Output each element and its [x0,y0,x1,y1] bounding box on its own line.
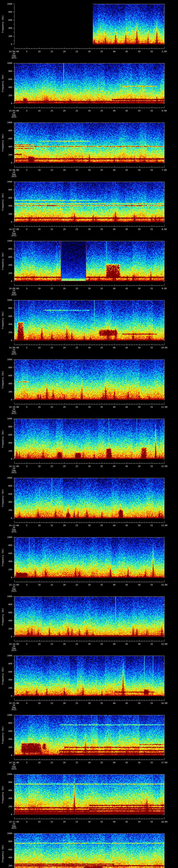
y-axis-title: Frequency (Hz) [2,63,4,103]
x-tick-label: 10 [35,643,43,645]
x-tick-label: 35 [98,465,106,467]
y-tick-label: 800 [5,426,12,428]
x-tick-label: 45 [123,169,130,171]
spectrogram-panel: Frequency (Hz) 14:05:00 6:00 16Sep2015 1… [0,59,178,119]
y-tick-label: 0 [5,813,12,815]
x-tick-label: 25 [73,821,81,823]
x-axis-date-label: 16Sep2015 [9,230,19,237]
x-tick-label: 40 [110,643,118,645]
x-tick-label: 45 [123,702,130,704]
x-tick-label: 25 [73,643,81,645]
x-tick-label: 45 [123,228,130,230]
x-tick-label: 45 [123,287,130,289]
x-axis-date-label: 16Sep2015 [9,764,19,770]
y-tick-label: 400 [5,560,12,562]
x-axis-date-label: 16Sep2015 [9,171,19,178]
spectrogram-panel: Frequency (Hz) 14:08:00 9:00 16Sep2015 1… [0,237,178,296]
spectrogram-panel: Frequency (Hz) 14:06:00 7:00 16Sep2015 1… [0,119,178,178]
x-tick-label: 5 [23,287,31,289]
date-line: 2015 [9,531,19,533]
y-tick-label: 600 [5,315,12,317]
spectrogram-panel: Frequency (Hz) 14:11:00 12:00 16Sep2015 … [0,415,178,474]
y-tick-label: 600 [5,434,12,436]
x-axis-end-time-label: 7:00 [157,169,172,171]
x-axis-end-time-label: 18:00 [157,821,172,823]
x-tick-label: 30 [86,228,93,230]
y-tick-label: 400 [5,620,12,622]
x-tick-label: 50 [136,465,143,467]
y-tick-label: 600 [5,730,12,732]
x-tick-label: 55 [148,347,155,349]
x-axis-date-label: 16Sep2015 [9,112,19,118]
x-tick-label: 20 [60,702,68,704]
x-tick-label: 30 [86,51,93,53]
y-tick-label: 200 [5,568,12,570]
spectrogram-panel: Frequency (Hz) 14:10:00 11:00 16Sep2015 … [0,355,178,415]
x-tick-label: 50 [136,762,143,764]
y-tick-label: 0 [5,399,12,401]
x-tick-label: 35 [98,228,106,230]
y-tick-label: 0 [5,577,12,579]
y-axis-title: Frequency (Hz) [2,241,4,281]
x-tick-label: 50 [136,110,143,112]
date-line: 2015 [9,471,19,473]
y-tick-label: 800 [5,722,12,724]
x-tick-label: 5 [23,702,31,704]
y-tick-label: 400 [5,146,12,148]
y-tick-label: 1000 [5,832,12,835]
x-tick-label: 35 [98,287,106,289]
x-tick-label: 20 [60,347,68,349]
date-line: 2015 [9,294,19,296]
x-axis-date-label: 16Sep2015 [9,645,19,651]
y-tick-label: 1000 [5,595,12,597]
y-tick-label: 0 [5,636,12,638]
x-axis-date-label: 16Sep2015 [9,467,19,473]
x-tick-label: 15 [48,228,56,230]
y-tick-label: 0 [5,162,12,164]
x-tick-label: 55 [148,465,155,467]
x-axis-date-label: 16Sep2015 [9,53,19,59]
x-axis-end-time-label: 15:00 [157,643,172,645]
x-axis-end-time-label: 11:00 [157,406,172,408]
date-line: 2015 [9,116,19,118]
date-line: 2015 [9,235,19,237]
y-tick-label: 200 [5,272,12,274]
x-tick-label: 15 [48,465,56,467]
x-tick-label: 10 [35,524,43,527]
x-tick-label: 10 [35,762,43,764]
y-tick-label: 200 [5,865,12,867]
y-tick-label: 600 [5,612,12,614]
x-tick-label: 35 [98,821,106,823]
x-tick-label: 55 [148,228,155,230]
x-axis-date-label: 16Sep2015 [9,823,19,829]
y-tick-label: 800 [5,248,12,250]
y-tick-label: 600 [5,197,12,199]
x-tick-label: 35 [98,110,106,112]
x-tick-label: 45 [123,821,130,823]
y-tick-label: 400 [5,857,12,859]
x-tick-label: 50 [136,524,143,527]
x-tick-label: 30 [86,643,93,645]
y-tick-label: 600 [5,848,12,850]
x-tick-label: 30 [86,347,93,349]
x-tick-label: 15 [48,762,56,764]
x-tick-label: 45 [123,110,130,112]
y-tick-label: 800 [5,663,12,665]
y-tick-label: 400 [5,738,12,740]
y-tick-label: 200 [5,35,12,37]
x-tick-label: 10 [35,51,43,53]
x-tick-label: 5 [23,643,31,645]
y-tick-label: 800 [5,781,12,783]
y-axis-title: Frequency (Hz) [2,715,4,755]
x-axis-end-time-label: 10:00 [157,347,172,349]
y-tick-label: 200 [5,509,12,511]
x-tick-label: 40 [110,51,118,53]
x-tick-label: 10 [35,347,43,349]
y-axis-title: Frequency (Hz) [2,419,4,459]
y-tick-label: 1000 [5,122,12,124]
x-tick-label: 50 [136,347,143,349]
x-tick-label: 25 [73,524,81,527]
y-axis-title: Frequency (Hz) [2,4,4,44]
y-tick-label: 600 [5,552,12,555]
y-tick-label: 600 [5,78,12,81]
